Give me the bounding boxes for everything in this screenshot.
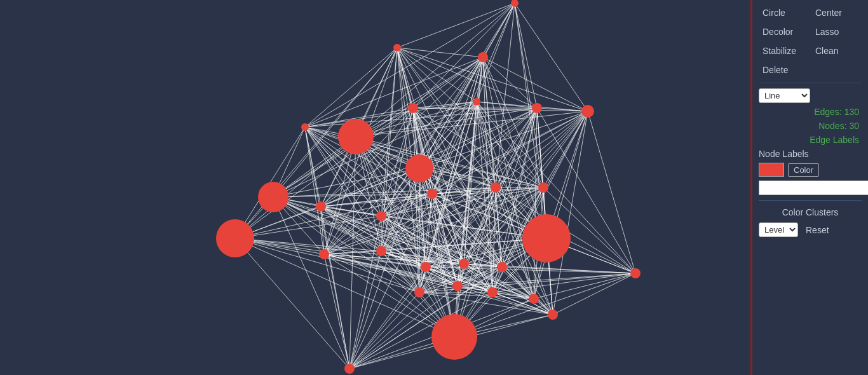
reset-button[interactable]: Reset <box>803 224 832 236</box>
decolor-button[interactable]: Decolor <box>759 24 809 39</box>
svg-line-49 <box>483 57 543 188</box>
svg-line-227 <box>321 207 324 254</box>
svg-point-403 <box>532 103 542 113</box>
svg-point-404 <box>338 119 374 154</box>
svg-point-415 <box>376 246 386 256</box>
svg-point-414 <box>319 249 329 259</box>
svg-point-410 <box>491 182 501 193</box>
svg-point-418 <box>497 262 507 272</box>
svg-line-130 <box>432 102 477 194</box>
svg-point-423 <box>548 310 558 320</box>
svg-line-101 <box>413 102 477 108</box>
clean-button[interactable]: Clean <box>811 43 862 58</box>
svg-point-405 <box>405 154 433 182</box>
svg-point-424 <box>431 314 477 360</box>
svg-line-41 <box>483 57 537 108</box>
level-select[interactable]: Level 1 2 3 <box>759 222 798 237</box>
stabilize-button[interactable]: Stabilize <box>759 43 809 58</box>
color-clusters-title: Color Clusters <box>759 206 862 219</box>
nodes-stat: Nodes: 30 <box>759 121 862 131</box>
find-row: Find <box>759 181 862 195</box>
color-swatch[interactable] <box>759 163 784 177</box>
svg-point-416 <box>421 262 431 272</box>
color-button[interactable]: Color <box>788 163 819 177</box>
svg-line-351 <box>349 267 426 369</box>
svg-point-401 <box>408 103 418 113</box>
svg-point-412 <box>522 214 571 262</box>
node-labels-label: Node Labels <box>759 149 862 159</box>
graph-svg <box>0 0 750 375</box>
find-input[interactable] <box>759 181 868 195</box>
svg-line-37 <box>483 57 588 111</box>
edge-labels-link[interactable]: Edge Labels <box>759 135 862 145</box>
svg-line-320 <box>235 238 349 369</box>
svg-line-114 <box>381 108 413 251</box>
lasso-button[interactable]: Lasso <box>811 24 862 39</box>
edge-type-row: Line Arc Dynamic <box>759 88 862 103</box>
svg-point-397 <box>393 44 401 51</box>
svg-point-426 <box>344 364 355 374</box>
delete-button[interactable]: Delete <box>759 62 862 78</box>
svg-line-331 <box>324 254 349 369</box>
edge-type-select[interactable]: Line Arc Dynamic <box>759 88 810 103</box>
divider-1 <box>759 83 862 83</box>
cluster-row: Level 1 2 3 Reset <box>759 222 862 237</box>
svg-line-2 <box>515 3 588 111</box>
svg-point-417 <box>459 259 469 269</box>
svg-point-406 <box>258 182 288 212</box>
svg-line-66 <box>432 111 588 194</box>
svg-line-183 <box>356 137 454 337</box>
svg-line-0 <box>397 3 515 48</box>
svg-point-408 <box>376 211 386 221</box>
svg-point-409 <box>427 189 437 199</box>
svg-point-400 <box>301 123 309 131</box>
svg-line-137 <box>464 102 477 264</box>
svg-point-420 <box>452 281 463 291</box>
color-row: Color <box>759 163 862 177</box>
sidebar: Circle Center Decolor Lasso Stabilize Cl… <box>750 0 868 375</box>
svg-point-425 <box>630 268 641 278</box>
graph-canvas[interactable] <box>0 0 750 375</box>
svg-point-402 <box>473 98 480 106</box>
svg-point-407 <box>316 201 326 212</box>
svg-point-421 <box>487 287 498 297</box>
divider-2 <box>759 200 862 201</box>
svg-point-399 <box>581 105 594 118</box>
svg-point-422 <box>529 294 539 304</box>
svg-point-419 <box>414 287 424 297</box>
svg-line-6 <box>515 3 537 108</box>
svg-point-413 <box>216 219 254 257</box>
svg-line-79 <box>588 111 635 273</box>
circle-button[interactable]: Circle <box>759 5 809 20</box>
svg-point-411 <box>538 182 548 193</box>
edges-stat: Edges: 130 <box>759 107 862 117</box>
center-button[interactable]: Center <box>811 5 862 20</box>
svg-point-398 <box>478 52 488 62</box>
